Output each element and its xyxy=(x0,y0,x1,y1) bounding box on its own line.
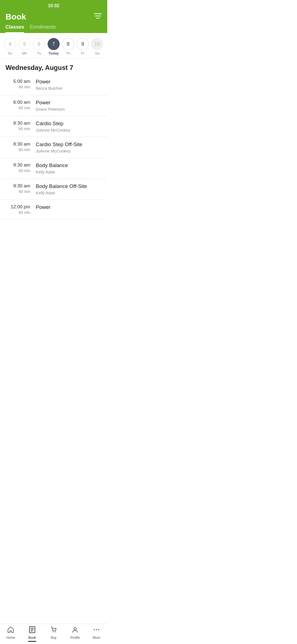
day-label-4: Su xyxy=(8,51,12,55)
class-info-3: Cardio Step Off-Site JoAnne McConkey xyxy=(36,141,102,153)
day-label-6: Tu xyxy=(37,51,41,55)
class-item-4[interactable]: 9:30 am 60 min Body Balance Kelly Adair xyxy=(0,158,107,179)
class-info-0: Power Becca Butcher xyxy=(36,79,102,91)
class-time-3: 8:30 am 60 min xyxy=(6,141,36,152)
class-item-2[interactable]: 8:30 am 60 min Cardio Step JoAnne McConk… xyxy=(0,116,107,137)
header-title: Book xyxy=(6,12,26,21)
day-label-10: Sa xyxy=(95,51,100,55)
class-info-1: Power Grace Peterson xyxy=(36,100,102,111)
class-info-5: Body Balance Off-Site Kelly Adair xyxy=(36,183,102,195)
class-item-3[interactable]: 8:30 am 60 min Cardio Step Off-Site JoAn… xyxy=(0,137,107,158)
class-time-6: 12:00 pm 60 min xyxy=(6,204,36,215)
calendar-day-10[interactable]: 10 Sa xyxy=(91,38,103,55)
class-info-6: Power xyxy=(36,204,102,211)
date-heading: Wednesday, August 7 xyxy=(0,58,107,74)
calendar-day-4[interactable]: 4 Su xyxy=(4,38,16,55)
tabs-bar: Classes Enrollments xyxy=(0,21,107,33)
class-time-1: 6:00 am 60 min xyxy=(6,100,36,110)
day-number-6: 6 xyxy=(33,38,45,50)
day-number-7: 7 xyxy=(48,38,60,50)
class-time-2: 8:30 am 60 min xyxy=(6,121,36,131)
calendar-day-8[interactable]: 8 Th xyxy=(62,38,74,55)
calendar-day-5[interactable]: 5 Mo xyxy=(18,38,31,55)
calendar-strip: 4 Su 5 Mo 6 Tu 7 Today 8 Th 9 Fr 10 Sa xyxy=(0,33,107,58)
class-time-4: 9:30 am 60 min xyxy=(6,162,36,173)
class-item-1[interactable]: 6:00 am 60 min Power Grace Peterson xyxy=(0,95,107,116)
class-item-6[interactable]: 12:00 pm 60 min Power xyxy=(0,200,107,219)
status-time: 10:02 xyxy=(48,3,59,8)
day-number-10: 10 xyxy=(91,38,103,50)
tab-classes[interactable]: Classes xyxy=(6,24,24,33)
day-number-9: 9 xyxy=(77,38,89,50)
calendar-day-9[interactable]: 9 Fr xyxy=(77,38,89,55)
status-bar: 10:02 xyxy=(0,0,107,10)
day-number-4: 4 xyxy=(4,38,16,50)
calendar-day-6[interactable]: 6 Tu xyxy=(33,38,45,55)
calendar-day-7[interactable]: 7 Today xyxy=(48,38,60,55)
header: Book xyxy=(0,10,107,21)
day-label-8: Th xyxy=(66,51,70,55)
class-time-5: 9:30 am 60 min xyxy=(6,183,36,194)
day-number-8: 8 xyxy=(62,38,74,50)
class-list: 5:00 am 60 min Power Becca Butcher 6:00 … xyxy=(0,74,107,241)
tab-enrollments[interactable]: Enrollments xyxy=(30,24,56,33)
class-time-0: 5:00 am 60 min xyxy=(6,79,36,89)
filter-icon[interactable] xyxy=(94,13,102,21)
class-info-2: Cardio Step JoAnne McConkey xyxy=(36,121,102,132)
class-item-5[interactable]: 9:30 am 60 min Body Balance Off-Site Kel… xyxy=(0,179,107,200)
day-label-5: Mo xyxy=(22,51,27,55)
class-item-0[interactable]: 5:00 am 60 min Power Becca Butcher xyxy=(0,74,107,95)
day-number-5: 5 xyxy=(18,38,31,50)
class-info-4: Body Balance Kelly Adair xyxy=(36,162,102,174)
day-label-7: Today xyxy=(48,51,59,55)
day-label-9: Fr xyxy=(81,51,84,55)
